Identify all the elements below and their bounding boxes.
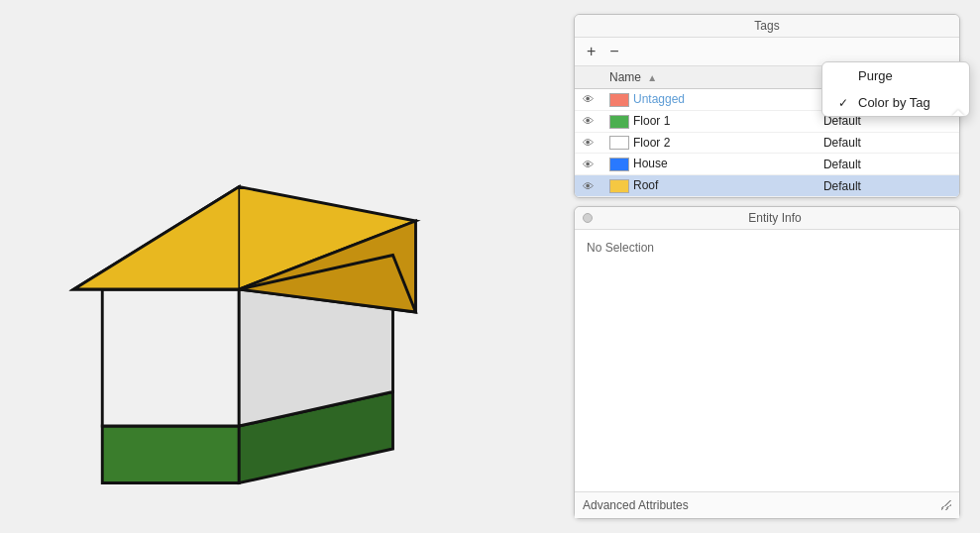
color-swatch[interactable] — [609, 179, 629, 193]
entity-collapse-btn[interactable] — [583, 213, 593, 223]
color-swatch[interactable] — [609, 93, 629, 107]
tag-dashes: Default — [816, 175, 959, 197]
add-tag-button[interactable]: + — [583, 42, 599, 61]
tag-dashes: Default — [816, 132, 959, 154]
eye-icon[interactable]: 👁 — [583, 115, 594, 127]
tag-dashes: Default — [816, 154, 959, 175]
table-row[interactable]: 👁Floor 2Default — [575, 132, 959, 154]
tag-name: Untagged — [601, 89, 816, 111]
entity-footer: Advanced Attributes — [575, 491, 959, 518]
color-swatch[interactable] — [609, 158, 629, 171]
eye-icon[interactable]: 👁 — [583, 159, 594, 170]
house-svg — [40, 39, 495, 494]
check-icon: ✓ — [838, 96, 852, 110]
tag-name: Floor 2 — [601, 132, 816, 154]
tag-name: Roof — [601, 175, 816, 197]
color-swatch[interactable] — [609, 136, 629, 150]
tag-name: House — [601, 154, 816, 175]
entity-panel-title: Entity Info — [599, 211, 951, 225]
resize-handle[interactable] — [941, 500, 951, 510]
remove-tag-button[interactable]: − — [605, 42, 622, 61]
svg-marker-0 — [102, 426, 239, 483]
table-row[interactable]: 👁HouseDefault — [575, 154, 959, 175]
menu-item-label: Purge — [858, 68, 893, 83]
context-menu: Purge✓Color by Tag — [821, 61, 970, 117]
entity-panel: Entity Info No Selection Advanced Attrib… — [574, 206, 960, 519]
context-menu-item-color-by-tag[interactable]: ✓Color by Tag — [822, 89, 969, 116]
entity-title-row: Entity Info — [575, 207, 959, 230]
menu-arrow — [951, 110, 965, 117]
svg-marker-2 — [102, 289, 239, 426]
context-menu-item-purge[interactable]: Purge — [822, 62, 969, 89]
canvas-area — [20, 9, 515, 524]
advanced-attributes-label: Advanced Attributes — [583, 498, 689, 512]
eye-icon[interactable]: 👁 — [583, 180, 594, 192]
color-swatch[interactable] — [609, 115, 629, 129]
entity-content: No Selection — [575, 230, 959, 491]
tag-name: Floor 1 — [601, 110, 816, 132]
eye-icon[interactable]: 👁 — [583, 93, 594, 105]
menu-item-label: Color by Tag — [858, 95, 930, 110]
no-selection-text: No Selection — [587, 241, 654, 255]
sort-arrow: ▲ — [647, 72, 657, 83]
table-row[interactable]: 👁RoofDefault — [575, 175, 959, 197]
right-panel: Tags + − Name ▲ Dashes 👁UntaggedDefault👁… — [574, 14, 960, 519]
col-name: Name ▲ — [601, 66, 816, 89]
eye-icon[interactable]: 👁 — [583, 137, 594, 149]
tags-panel-title: Tags — [575, 15, 959, 38]
